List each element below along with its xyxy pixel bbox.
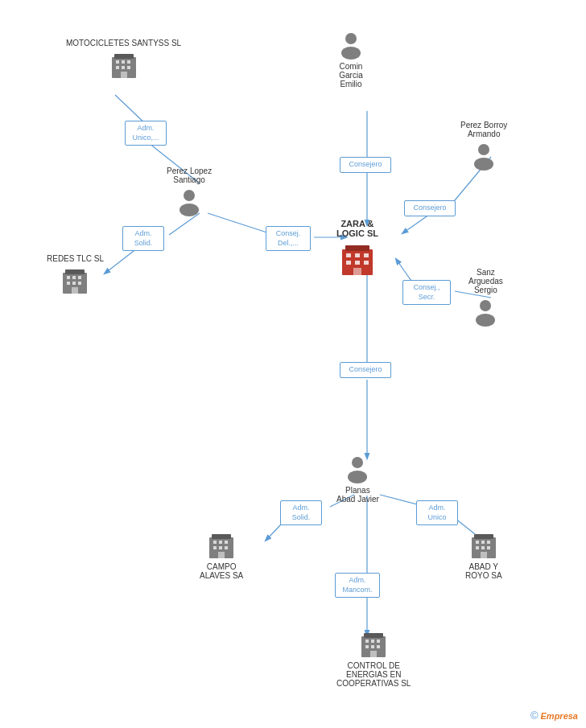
node-redes-tlc: REDES TLC SL [47,254,104,295]
person-icon-sanz [471,298,500,327]
node-perez-lopez: Perez LopezSantiago [167,167,212,216]
label-redes-tlc: REDES TLC SL [47,254,104,263]
svg-rect-82 [377,645,380,648]
building-icon-control [359,630,388,659]
svg-rect-62 [213,546,217,549]
svg-rect-24 [127,60,130,64]
svg-rect-49 [346,261,351,265]
node-campo-alaves: CAMPOALAVES SA [200,531,243,580]
label-zara-logic: ZARA &LOGIC SL [336,219,378,238]
node-planas-abad: PlanasAbad Javier [336,454,379,504]
svg-rect-73 [487,546,490,549]
connection-lines [0,0,586,728]
svg-line-8 [169,213,200,235]
rel-consejero-comin: Consejero [340,157,391,173]
person-icon-planas [343,454,372,483]
label-planas-abad: PlanasAbad Javier [336,486,379,504]
person-icon-comin [336,31,365,60]
svg-rect-46 [346,253,351,257]
node-zara-logic: ZARA &LOGIC SL [336,219,378,277]
node-sanz-arguedas: SanzArguedasSergio [468,268,503,327]
rel-adm-solid-campo: Adm. Solid. [280,500,322,525]
svg-rect-38 [72,276,76,279]
label-control-energias: CONTROL DEENERGIAS ENCOOPERATIVAS SL [336,661,411,688]
rel-consejero-planas: Consejero [340,362,391,378]
svg-point-34 [180,204,199,216]
svg-rect-26 [122,66,125,69]
node-motocicletes: MOTOCICLETES SANTYSS SL [66,39,181,80]
svg-rect-74 [481,552,487,558]
label-comin: CominGarciaEmilio [339,62,362,88]
svg-rect-77 [365,640,369,643]
svg-rect-69 [481,541,485,544]
node-perez-borroy: Perez BorroyArmando [460,121,507,171]
svg-rect-63 [219,546,222,549]
rel-consej-secr: Consej., Secr. [402,280,451,305]
svg-rect-76 [364,633,383,638]
rel-adm-solid-redes: Adm. Solid. [122,226,164,251]
node-abad-royo: ABAD YROYO SA [465,531,502,580]
node-comin: CominGarciaEmilio [336,31,365,88]
svg-rect-58 [212,534,231,539]
svg-rect-52 [353,268,361,275]
svg-point-54 [476,314,495,327]
watermark: © Empresa [530,709,578,722]
svg-point-31 [478,144,489,155]
svg-rect-28 [121,72,127,78]
svg-rect-83 [370,651,377,657]
svg-rect-25 [116,66,119,69]
svg-rect-41 [72,282,76,285]
svg-rect-60 [219,541,222,544]
copyright-symbol: © [530,709,539,722]
svg-point-56 [348,471,367,483]
node-control-energias: CONTROL DEENERGIAS ENCOOPERATIVAS SL [336,630,411,688]
rel-adm-mancom: Adm. Mancom. [335,573,380,598]
label-campo-alaves: CAMPOALAVES SA [200,562,243,580]
label-motocicletes: MOTOCICLETES SANTYSS SL [66,39,181,47]
svg-rect-61 [225,541,228,544]
svg-rect-22 [116,60,119,64]
svg-rect-81 [371,645,374,648]
building-icon-campo [207,531,236,560]
svg-rect-45 [345,245,369,251]
svg-rect-37 [67,276,70,279]
svg-rect-27 [127,66,130,69]
svg-rect-79 [377,640,380,643]
rel-adm-unico-abad: Adm. Unico [416,500,458,525]
svg-rect-80 [365,645,369,648]
diagram-container: MOTOCICLETES SANTYSS SL CominGarciaEmili… [0,0,586,728]
building-icon-motocicletes [109,51,138,80]
building-icon-zara [340,241,375,277]
building-icon-abad [469,531,498,560]
svg-rect-43 [72,287,78,294]
rel-consejero-borroy: Consejero [404,200,456,216]
label-perez-lopez: Perez LopezSantiago [167,167,212,184]
svg-point-55 [352,457,363,468]
svg-rect-50 [355,261,360,265]
brand-name: Empresa [541,711,578,721]
svg-rect-59 [213,541,217,544]
svg-rect-39 [78,276,81,279]
label-perez-borroy: Perez BorroyArmando [460,121,507,138]
svg-rect-47 [355,253,360,257]
svg-point-53 [480,300,491,311]
svg-rect-48 [364,253,369,257]
label-abad-royo: ABAD YROYO SA [465,562,502,580]
svg-point-32 [474,158,493,171]
svg-rect-64 [225,546,228,549]
svg-rect-72 [481,546,485,549]
rel-adm-unico-mot: Adm. Unico,... [125,121,167,146]
svg-rect-36 [65,269,85,274]
svg-rect-71 [476,546,479,549]
svg-rect-21 [114,54,134,59]
svg-point-33 [184,190,195,201]
label-sanz-arguedas: SanzArguedasSergio [468,268,503,294]
person-icon-perez-lopez [175,187,204,216]
svg-rect-51 [364,261,369,265]
svg-rect-40 [67,282,70,285]
svg-rect-65 [218,552,225,558]
svg-rect-67 [474,534,493,539]
svg-rect-78 [371,640,374,643]
svg-rect-68 [476,541,479,544]
svg-rect-23 [122,60,125,64]
